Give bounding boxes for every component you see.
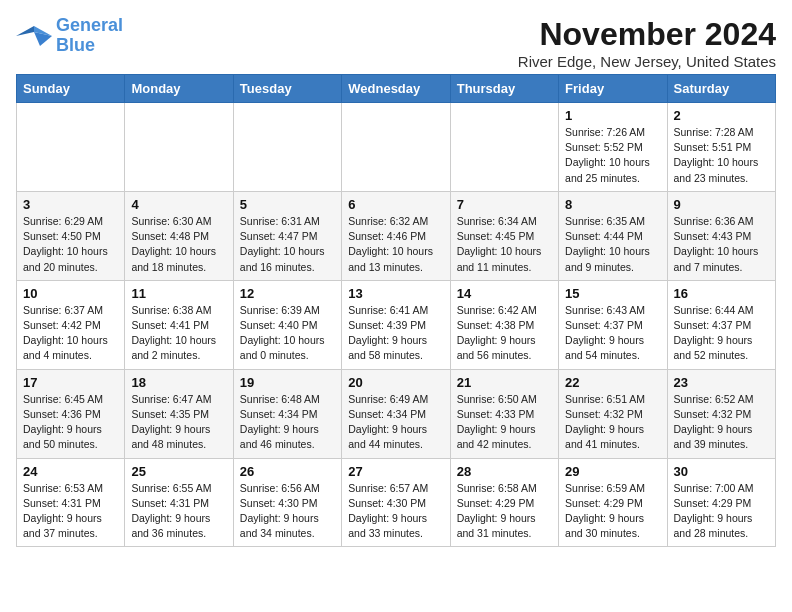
calendar-cell: 27Sunrise: 6:57 AM Sunset: 4:30 PM Dayli… (342, 458, 450, 547)
calendar-cell: 15Sunrise: 6:43 AM Sunset: 4:37 PM Dayli… (559, 280, 667, 369)
day-number: 27 (348, 464, 443, 479)
day-info: Sunrise: 7:00 AM Sunset: 4:29 PM Dayligh… (674, 481, 769, 542)
calendar-cell: 20Sunrise: 6:49 AM Sunset: 4:34 PM Dayli… (342, 369, 450, 458)
calendar-cell: 1Sunrise: 7:26 AM Sunset: 5:52 PM Daylig… (559, 103, 667, 192)
day-number: 11 (131, 286, 226, 301)
day-info: Sunrise: 6:39 AM Sunset: 4:40 PM Dayligh… (240, 303, 335, 364)
svg-marker-1 (16, 26, 34, 36)
day-info: Sunrise: 6:43 AM Sunset: 4:37 PM Dayligh… (565, 303, 660, 364)
weekday-header: Wednesday (342, 75, 450, 103)
calendar-cell: 9Sunrise: 6:36 AM Sunset: 4:43 PM Daylig… (667, 191, 775, 280)
calendar-cell: 11Sunrise: 6:38 AM Sunset: 4:41 PM Dayli… (125, 280, 233, 369)
day-info: Sunrise: 6:34 AM Sunset: 4:45 PM Dayligh… (457, 214, 552, 275)
day-info: Sunrise: 6:59 AM Sunset: 4:29 PM Dayligh… (565, 481, 660, 542)
calendar-cell (125, 103, 233, 192)
day-info: Sunrise: 6:36 AM Sunset: 4:43 PM Dayligh… (674, 214, 769, 275)
day-number: 24 (23, 464, 118, 479)
day-number: 14 (457, 286, 552, 301)
day-number: 17 (23, 375, 118, 390)
calendar-cell: 16Sunrise: 6:44 AM Sunset: 4:37 PM Dayli… (667, 280, 775, 369)
day-info: Sunrise: 6:48 AM Sunset: 4:34 PM Dayligh… (240, 392, 335, 453)
month-title: November 2024 (518, 16, 776, 53)
day-number: 13 (348, 286, 443, 301)
calendar-cell (450, 103, 558, 192)
calendar-cell: 17Sunrise: 6:45 AM Sunset: 4:36 PM Dayli… (17, 369, 125, 458)
weekday-header: Friday (559, 75, 667, 103)
day-number: 30 (674, 464, 769, 479)
calendar-cell: 21Sunrise: 6:50 AM Sunset: 4:33 PM Dayli… (450, 369, 558, 458)
calendar-cell: 19Sunrise: 6:48 AM Sunset: 4:34 PM Dayli… (233, 369, 341, 458)
weekday-header: Thursday (450, 75, 558, 103)
day-info: Sunrise: 6:37 AM Sunset: 4:42 PM Dayligh… (23, 303, 118, 364)
calendar-cell: 12Sunrise: 6:39 AM Sunset: 4:40 PM Dayli… (233, 280, 341, 369)
logo: General Blue (16, 16, 123, 56)
day-info: Sunrise: 6:35 AM Sunset: 4:44 PM Dayligh… (565, 214, 660, 275)
day-info: Sunrise: 7:26 AM Sunset: 5:52 PM Dayligh… (565, 125, 660, 186)
weekday-header: Saturday (667, 75, 775, 103)
calendar-week-row: 10Sunrise: 6:37 AM Sunset: 4:42 PM Dayli… (17, 280, 776, 369)
calendar-cell: 22Sunrise: 6:51 AM Sunset: 4:32 PM Dayli… (559, 369, 667, 458)
day-info: Sunrise: 6:52 AM Sunset: 4:32 PM Dayligh… (674, 392, 769, 453)
calendar-cell: 13Sunrise: 6:41 AM Sunset: 4:39 PM Dayli… (342, 280, 450, 369)
day-info: Sunrise: 6:41 AM Sunset: 4:39 PM Dayligh… (348, 303, 443, 364)
day-number: 20 (348, 375, 443, 390)
location: River Edge, New Jersey, United States (518, 53, 776, 70)
day-number: 3 (23, 197, 118, 212)
day-number: 6 (348, 197, 443, 212)
title-area: November 2024 River Edge, New Jersey, Un… (518, 16, 776, 70)
day-info: Sunrise: 6:57 AM Sunset: 4:30 PM Dayligh… (348, 481, 443, 542)
day-number: 21 (457, 375, 552, 390)
day-info: Sunrise: 6:58 AM Sunset: 4:29 PM Dayligh… (457, 481, 552, 542)
svg-marker-2 (34, 32, 52, 46)
day-number: 10 (23, 286, 118, 301)
day-number: 2 (674, 108, 769, 123)
day-number: 1 (565, 108, 660, 123)
day-info: Sunrise: 6:56 AM Sunset: 4:30 PM Dayligh… (240, 481, 335, 542)
day-number: 19 (240, 375, 335, 390)
day-number: 28 (457, 464, 552, 479)
day-info: Sunrise: 6:47 AM Sunset: 4:35 PM Dayligh… (131, 392, 226, 453)
calendar-cell: 2Sunrise: 7:28 AM Sunset: 5:51 PM Daylig… (667, 103, 775, 192)
calendar-cell: 30Sunrise: 7:00 AM Sunset: 4:29 PM Dayli… (667, 458, 775, 547)
calendar-table: SundayMondayTuesdayWednesdayThursdayFrid… (16, 74, 776, 547)
day-info: Sunrise: 6:38 AM Sunset: 4:41 PM Dayligh… (131, 303, 226, 364)
logo-text: General Blue (56, 16, 123, 56)
calendar-cell: 24Sunrise: 6:53 AM Sunset: 4:31 PM Dayli… (17, 458, 125, 547)
day-info: Sunrise: 6:29 AM Sunset: 4:50 PM Dayligh… (23, 214, 118, 275)
day-number: 9 (674, 197, 769, 212)
calendar-week-row: 17Sunrise: 6:45 AM Sunset: 4:36 PM Dayli… (17, 369, 776, 458)
day-info: Sunrise: 7:28 AM Sunset: 5:51 PM Dayligh… (674, 125, 769, 186)
day-info: Sunrise: 6:42 AM Sunset: 4:38 PM Dayligh… (457, 303, 552, 364)
calendar-cell: 28Sunrise: 6:58 AM Sunset: 4:29 PM Dayli… (450, 458, 558, 547)
calendar-week-row: 1Sunrise: 7:26 AM Sunset: 5:52 PM Daylig… (17, 103, 776, 192)
day-number: 7 (457, 197, 552, 212)
calendar-week-row: 3Sunrise: 6:29 AM Sunset: 4:50 PM Daylig… (17, 191, 776, 280)
day-number: 26 (240, 464, 335, 479)
calendar-cell: 26Sunrise: 6:56 AM Sunset: 4:30 PM Dayli… (233, 458, 341, 547)
calendar-cell (342, 103, 450, 192)
day-number: 8 (565, 197, 660, 212)
day-info: Sunrise: 6:53 AM Sunset: 4:31 PM Dayligh… (23, 481, 118, 542)
calendar-cell (17, 103, 125, 192)
day-number: 23 (674, 375, 769, 390)
day-number: 22 (565, 375, 660, 390)
weekday-header: Monday (125, 75, 233, 103)
calendar-cell: 7Sunrise: 6:34 AM Sunset: 4:45 PM Daylig… (450, 191, 558, 280)
header: General Blue November 2024 River Edge, N… (16, 16, 776, 70)
day-number: 15 (565, 286, 660, 301)
day-number: 16 (674, 286, 769, 301)
day-number: 18 (131, 375, 226, 390)
day-info: Sunrise: 6:55 AM Sunset: 4:31 PM Dayligh… (131, 481, 226, 542)
calendar-cell: 23Sunrise: 6:52 AM Sunset: 4:32 PM Dayli… (667, 369, 775, 458)
day-info: Sunrise: 6:45 AM Sunset: 4:36 PM Dayligh… (23, 392, 118, 453)
day-number: 29 (565, 464, 660, 479)
day-info: Sunrise: 6:51 AM Sunset: 4:32 PM Dayligh… (565, 392, 660, 453)
calendar-cell: 4Sunrise: 6:30 AM Sunset: 4:48 PM Daylig… (125, 191, 233, 280)
calendar-cell: 5Sunrise: 6:31 AM Sunset: 4:47 PM Daylig… (233, 191, 341, 280)
day-info: Sunrise: 6:50 AM Sunset: 4:33 PM Dayligh… (457, 392, 552, 453)
calendar-cell: 3Sunrise: 6:29 AM Sunset: 4:50 PM Daylig… (17, 191, 125, 280)
calendar-cell: 10Sunrise: 6:37 AM Sunset: 4:42 PM Dayli… (17, 280, 125, 369)
calendar-cell: 25Sunrise: 6:55 AM Sunset: 4:31 PM Dayli… (125, 458, 233, 547)
day-info: Sunrise: 6:49 AM Sunset: 4:34 PM Dayligh… (348, 392, 443, 453)
day-number: 5 (240, 197, 335, 212)
